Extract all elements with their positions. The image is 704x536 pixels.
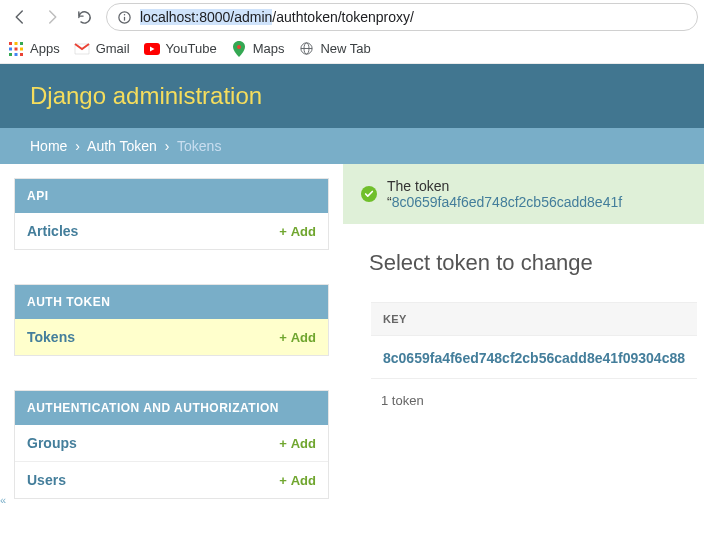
add-link-groups[interactable]: +Add xyxy=(279,436,316,451)
address-bar[interactable]: localhost:8000/admin/authtoken/tokenprox… xyxy=(106,3,698,31)
svg-point-2 xyxy=(124,13,126,15)
breadcrumb-app[interactable]: Auth Token xyxy=(87,138,157,154)
url-text: localhost:8000/admin/authtoken/tokenprox… xyxy=(140,9,414,25)
model-link-articles[interactable]: Articles xyxy=(27,223,78,239)
message-text: The token “8c0659fa4f6ed748cf2cb56cadd8e… xyxy=(387,178,686,210)
site-title: Django administration xyxy=(30,82,262,109)
bookmark-label: New Tab xyxy=(320,41,370,56)
svg-rect-5 xyxy=(20,42,23,45)
bookmark-maps[interactable]: Maps xyxy=(231,41,285,57)
maps-icon xyxy=(231,41,247,57)
back-button[interactable] xyxy=(6,3,34,31)
add-link-articles[interactable]: +Add xyxy=(279,224,316,239)
apps-icon xyxy=(8,41,24,57)
toggle-sidebar[interactable]: « xyxy=(0,492,8,508)
main-content: The token “8c0659fa4f6ed748cf2cb56cadd8e… xyxy=(343,164,704,533)
add-link-tokens[interactable]: +Add xyxy=(279,330,316,345)
bookmark-label: YouTube xyxy=(166,41,217,56)
bookmark-gmail[interactable]: Gmail xyxy=(74,41,130,57)
gmail-icon xyxy=(74,41,90,57)
svg-rect-10 xyxy=(15,53,18,56)
model-row-users: Users +Add xyxy=(15,461,328,498)
add-link-users[interactable]: +Add xyxy=(279,473,316,488)
reload-button[interactable] xyxy=(70,3,98,31)
bookmark-label: Maps xyxy=(253,41,285,56)
youtube-icon xyxy=(144,41,160,57)
success-message: The token “8c0659fa4f6ed748cf2cb56cadd8e… xyxy=(343,164,704,224)
breadcrumb-current: Tokens xyxy=(177,138,221,154)
model-link-users[interactable]: Users xyxy=(27,472,66,488)
model-link-groups[interactable]: Groups xyxy=(27,435,77,451)
plus-icon: + xyxy=(279,330,287,345)
svg-rect-3 xyxy=(9,42,12,45)
app-module-auth: AUTHENTICATION AND AUTHORIZATION Groups … xyxy=(14,390,329,499)
col-header-key[interactable]: KEY xyxy=(371,302,697,336)
site-info-icon[interactable] xyxy=(117,10,132,25)
check-icon xyxy=(361,186,377,202)
plus-icon: + xyxy=(279,473,287,488)
svg-rect-6 xyxy=(9,47,12,50)
page-title: Select token to change xyxy=(369,250,678,276)
bookmark-label: Gmail xyxy=(96,41,130,56)
apps-button[interactable]: Apps xyxy=(8,41,60,57)
breadcrumb-sep: › xyxy=(165,138,170,154)
nav-sidebar: API Articles +Add AUTH TOKEN Tokens +Add… xyxy=(0,164,343,533)
forward-button[interactable] xyxy=(38,3,66,31)
model-row-tokens: Tokens +Add xyxy=(15,319,328,355)
svg-rect-4 xyxy=(15,42,18,45)
plus-icon: + xyxy=(279,436,287,451)
bookmark-label: Apps xyxy=(30,41,60,56)
results-table: KEY 8c0659fa4f6ed748cf2cb56cadd8e41f0930… xyxy=(369,300,699,381)
svg-rect-7 xyxy=(15,47,18,50)
django-admin: Django administration Home › Auth Token … xyxy=(0,64,704,533)
svg-point-13 xyxy=(237,45,241,49)
breadcrumb-home[interactable]: Home xyxy=(30,138,67,154)
app-caption[interactable]: AUTH TOKEN xyxy=(15,285,328,319)
app-module-api: API Articles +Add xyxy=(14,178,329,250)
browser-toolbar: localhost:8000/admin/authtoken/tokenprox… xyxy=(0,0,704,34)
model-row-articles: Articles +Add xyxy=(15,213,328,249)
svg-rect-8 xyxy=(20,47,23,50)
app-module-authtoken: AUTH TOKEN Tokens +Add xyxy=(14,284,329,356)
row-link-token[interactable]: 8c0659fa4f6ed748cf2cb56cadd8e41f09304c88 xyxy=(383,350,685,366)
table-row: 8c0659fa4f6ed748cf2cb56cadd8e41f09304c88 xyxy=(371,338,697,379)
globe-icon xyxy=(298,41,314,57)
app-caption[interactable]: API xyxy=(15,179,328,213)
site-header: Django administration xyxy=(0,64,704,128)
svg-rect-11 xyxy=(20,53,23,56)
breadcrumb-sep: › xyxy=(75,138,80,154)
bookmark-newtab[interactable]: New Tab xyxy=(298,41,370,57)
bookmarks-bar: Apps Gmail YouTube Maps New Tab xyxy=(0,34,704,64)
svg-rect-9 xyxy=(9,53,12,56)
model-link-tokens[interactable]: Tokens xyxy=(27,329,75,345)
breadcrumb: Home › Auth Token › Tokens xyxy=(0,128,704,164)
model-row-groups: Groups +Add xyxy=(15,425,328,461)
bookmark-youtube[interactable]: YouTube xyxy=(144,41,217,57)
plus-icon: + xyxy=(279,224,287,239)
paginator: 1 token xyxy=(369,381,678,420)
app-caption[interactable]: AUTHENTICATION AND AUTHORIZATION xyxy=(15,391,328,425)
